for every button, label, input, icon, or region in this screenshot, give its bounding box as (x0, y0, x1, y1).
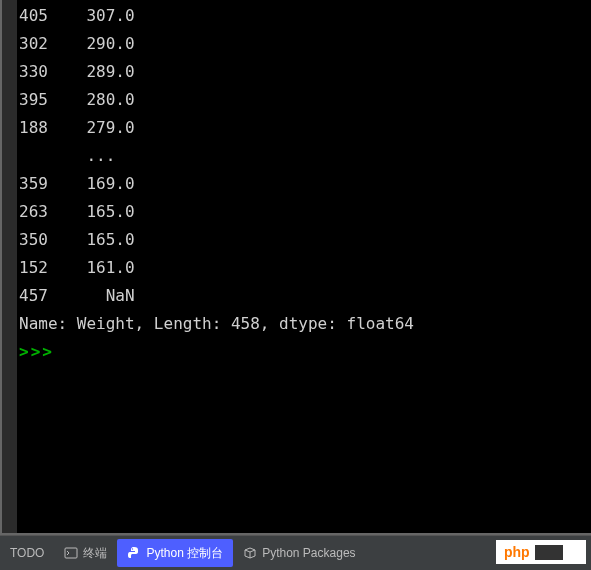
tab-python-packages-label: Python Packages (262, 546, 355, 560)
tab-todo-label: TODO (10, 546, 44, 560)
tab-python-console-label: Python 控制台 (146, 545, 223, 562)
output-row: 263 165.0 (19, 198, 591, 226)
watermark-text: php (504, 544, 530, 560)
tab-terminal[interactable]: 终端 (54, 539, 117, 567)
output-row: 188 279.0 (19, 114, 591, 142)
output-row: 359 169.0 (19, 170, 591, 198)
output-row: 330 289.0 (19, 58, 591, 86)
output-row: 405 307.0 (19, 2, 591, 30)
tab-terminal-label: 终端 (83, 545, 107, 562)
watermark: php (496, 540, 586, 564)
python-prompt[interactable]: >>> (19, 338, 591, 366)
series-summary: Name: Weight, Length: 458, dtype: float6… (19, 310, 591, 338)
tab-python-console[interactable]: Python 控制台 (117, 539, 233, 567)
tab-python-packages[interactable]: Python Packages (233, 539, 365, 567)
svg-point-1 (132, 548, 133, 549)
output-row: 395 280.0 (19, 86, 591, 114)
output-row: ... (19, 142, 591, 170)
output-row: 152 161.0 (19, 254, 591, 282)
watermark-block (535, 545, 563, 560)
terminal-icon (64, 546, 78, 560)
python-icon (127, 546, 141, 560)
svg-rect-0 (65, 548, 77, 558)
output-row: 457 NaN (19, 282, 591, 310)
packages-icon (243, 546, 257, 560)
output-row: 350 165.0 (19, 226, 591, 254)
output-row: 302 290.0 (19, 30, 591, 58)
editor-gutter (2, 0, 17, 533)
python-console-output: 405 307.0302 290.0330 289.0395 280.0188 … (0, 0, 591, 535)
tab-todo[interactable]: TODO (0, 539, 54, 567)
